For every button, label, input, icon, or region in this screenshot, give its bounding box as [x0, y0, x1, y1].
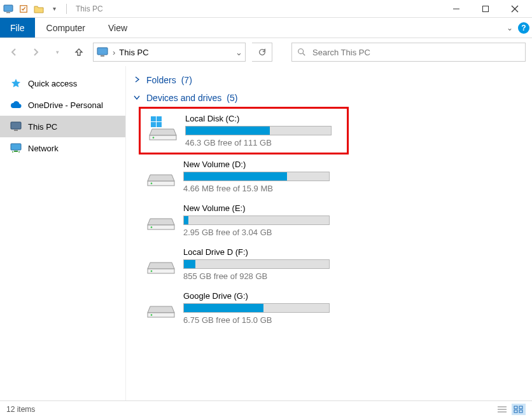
details-view-button[interactable]	[495, 404, 509, 415]
drive-capacity-bar	[185, 126, 332, 135]
drive-item[interactable]: Local Drive D (F:)855 GB free of 928 GB	[139, 242, 349, 286]
ribbon-collapse-icon[interactable]: ⌄	[507, 24, 513, 32]
new-folder-icon[interactable]	[33, 3, 45, 15]
svg-rect-35	[519, 406, 522, 409]
group-folders-label: Folders	[146, 75, 176, 85]
address-dropdown-icon[interactable]: ⌄	[235, 48, 242, 57]
drive-free-text: 46.3 GB free of 111 GB	[185, 138, 339, 147]
svg-rect-19	[151, 122, 156, 127]
drive-name: Google Drive (G:)	[183, 291, 341, 301]
breadcrumb-location[interactable]: This PC	[119, 48, 148, 57]
drive-name: Local Disk (C:)	[185, 114, 339, 123]
drive-name: New Volume (E:)	[183, 203, 341, 213]
svg-point-24	[151, 182, 153, 184]
drive-name: Local Drive D (F:)	[183, 247, 341, 257]
drive-info: New Volume (E:)2.95 GB free of 3.04 GB	[183, 203, 341, 237]
tab-view[interactable]: View	[97, 18, 139, 38]
svg-rect-4	[483, 6, 489, 11]
drive-item[interactable]: New Volume (E:)2.95 GB free of 3.04 GB	[139, 198, 349, 242]
drive-info: Google Drive (G:)6.75 GB free of 15.0 GB	[183, 291, 341, 325]
sidebar-item-quick-access[interactable]: Quick access	[0, 72, 125, 94]
svg-line-10	[303, 53, 305, 56]
sidebar-item-label: Quick access	[28, 79, 77, 88]
drive-name: New Volume (D:)	[183, 160, 341, 169]
svg-rect-17	[151, 116, 156, 121]
search-box[interactable]	[291, 43, 526, 62]
svg-rect-0	[4, 5, 13, 11]
items-view: Folders (7) Devices and drives (5) Local…	[126, 66, 532, 400]
drive-capacity-bar	[183, 303, 330, 313]
chevron-down-icon	[134, 94, 141, 102]
drive-free-text: 855 GB free of 928 GB	[183, 271, 341, 281]
search-icon	[297, 48, 306, 57]
sidebar-item-this-pc[interactable]: This PC	[0, 116, 125, 137]
address-bar[interactable]: › This PC ⌄	[93, 43, 246, 62]
navigation-bar: ▾ › This PC ⌄	[0, 38, 532, 66]
group-drives-label: Devices and drives	[146, 93, 221, 103]
monitor-icon	[10, 121, 22, 132]
svg-rect-13	[11, 144, 21, 150]
status-bar: 12 items	[0, 400, 532, 417]
refresh-button[interactable]	[252, 43, 272, 62]
tab-computer[interactable]: Computer	[35, 18, 97, 38]
qat-divider	[66, 4, 67, 14]
recent-locations-button[interactable]: ▾	[50, 44, 65, 60]
svg-rect-20	[157, 122, 162, 127]
back-button[interactable]	[6, 44, 22, 60]
drive-capacity-bar	[183, 259, 330, 269]
svg-rect-37	[519, 410, 522, 413]
svg-point-26	[151, 226, 153, 228]
drive-capacity-bar	[183, 215, 330, 225]
forward-button[interactable]	[28, 44, 43, 60]
maximize-button[interactable]	[471, 0, 500, 18]
svg-rect-11	[11, 122, 21, 129]
star-icon	[10, 78, 22, 89]
svg-rect-1	[6, 12, 10, 13]
sidebar-item-label: OneDrive - Personal	[28, 100, 103, 110]
chevron-right-icon	[134, 76, 141, 84]
group-folders-count: (7)	[181, 75, 192, 85]
svg-rect-7	[97, 48, 108, 55]
drive-item[interactable]: Google Drive (G:)6.75 GB free of 15.0 GB	[139, 286, 349, 330]
svg-point-16	[18, 151, 20, 153]
drive-icon	[146, 203, 176, 233]
sidebar-item-network[interactable]: Network	[0, 137, 125, 159]
navigation-pane: Quick accessOneDrive - PersonalThis PCNe…	[0, 66, 126, 400]
drive-item[interactable]: New Volume (D:)4.66 MB free of 15.9 MB	[139, 154, 349, 198]
qat-dropdown-icon[interactable]: ▾	[48, 3, 60, 15]
breadcrumb-separator: ›	[113, 48, 115, 57]
file-tab[interactable]: File	[0, 18, 35, 38]
search-input[interactable]	[312, 48, 520, 57]
app-icon	[3, 3, 14, 15]
group-folders[interactable]: Folders (7)	[131, 71, 532, 89]
close-button[interactable]	[500, 0, 529, 18]
drive-info: Local Drive D (F:)855 GB free of 928 GB	[183, 247, 341, 281]
svg-point-15	[12, 151, 13, 153]
drive-icon	[148, 114, 178, 143]
drive-icon	[146, 291, 176, 320]
svg-rect-14	[14, 151, 18, 152]
svg-rect-34	[514, 406, 517, 409]
cloud-icon	[10, 99, 22, 111]
drive-free-text: 2.95 GB free of 3.04 GB	[183, 228, 341, 237]
location-icon	[96, 46, 109, 58]
status-item-count: 12 items	[6, 405, 35, 414]
help-icon[interactable]: ?	[518, 22, 529, 34]
properties-icon[interactable]	[18, 3, 29, 15]
group-drives-count: (5)	[227, 93, 237, 103]
window-title: This PC	[76, 4, 103, 13]
up-button[interactable]	[71, 44, 87, 60]
drive-item[interactable]: Local Disk (C:)46.3 GB free of 111 GB	[139, 107, 349, 154]
tiles-view-button[interactable]	[512, 404, 526, 415]
svg-rect-36	[514, 410, 517, 413]
minimize-button[interactable]	[442, 0, 471, 18]
network-icon	[10, 142, 22, 154]
quick-access-toolbar: ▾	[3, 3, 69, 15]
svg-rect-8	[101, 55, 104, 57]
sidebar-item-onedrive-personal[interactable]: OneDrive - Personal	[0, 94, 125, 116]
ribbon-tabs: File Computer View ⌄ ?	[0, 18, 532, 38]
drives-container: Local Disk (C:)46.3 GB free of 111 GBNew…	[131, 107, 532, 330]
svg-point-9	[298, 49, 304, 54]
group-drives[interactable]: Devices and drives (5)	[131, 89, 532, 107]
svg-rect-12	[14, 130, 18, 131]
